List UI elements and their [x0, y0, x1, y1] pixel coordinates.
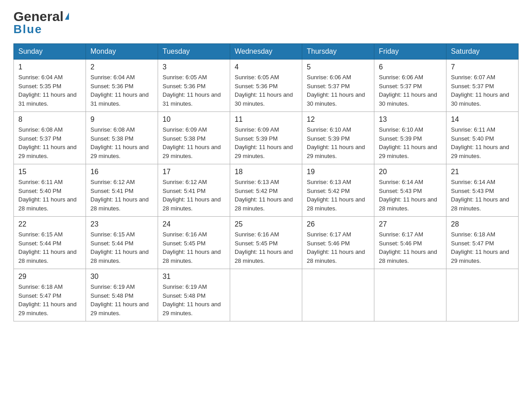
empty-cell	[230, 269, 302, 321]
day-info: Sunrise: 6:13 AMSunset: 5:42 PMDaylight:…	[307, 179, 365, 212]
day-number: 11	[235, 116, 297, 124]
day-info: Sunrise: 6:09 AMSunset: 5:38 PMDaylight:…	[163, 126, 221, 159]
day-number: 1	[18, 63, 81, 71]
day-number: 26	[307, 220, 369, 228]
day-info: Sunrise: 6:04 AMSunset: 5:36 PMDaylight:…	[90, 74, 149, 107]
week-row-2: 8Sunrise: 6:08 AMSunset: 5:37 PMDaylight…	[14, 112, 519, 164]
day-number: 17	[163, 168, 225, 176]
day-cell-15: 15Sunrise: 6:11 AMSunset: 5:40 PMDayligh…	[14, 164, 86, 217]
empty-cell	[446, 269, 519, 321]
day-number: 28	[451, 220, 514, 228]
day-number: 7	[451, 63, 514, 71]
day-info: Sunrise: 6:16 AMSunset: 5:45 PMDaylight:…	[235, 231, 293, 264]
day-cell-10: 10Sunrise: 6:09 AMSunset: 5:38 PMDayligh…	[158, 112, 230, 164]
day-info: Sunrise: 6:17 AMSunset: 5:46 PMDaylight:…	[307, 231, 365, 264]
day-number: 30	[90, 273, 153, 281]
day-cell-1: 1Sunrise: 6:04 AMSunset: 5:35 PMDaylight…	[14, 60, 86, 112]
day-cell-16: 16Sunrise: 6:12 AMSunset: 5:41 PMDayligh…	[86, 164, 158, 217]
day-cell-5: 5Sunrise: 6:06 AMSunset: 5:37 PMDaylight…	[302, 60, 374, 112]
day-number: 25	[235, 220, 297, 228]
day-cell-11: 11Sunrise: 6:09 AMSunset: 5:39 PMDayligh…	[230, 112, 302, 164]
day-cell-13: 13Sunrise: 6:10 AMSunset: 5:39 PMDayligh…	[374, 112, 446, 164]
day-cell-8: 8Sunrise: 6:08 AMSunset: 5:37 PMDaylight…	[14, 112, 86, 164]
day-info: Sunrise: 6:05 AMSunset: 5:36 PMDaylight:…	[235, 74, 293, 107]
logo-triangle-icon	[65, 13, 69, 20]
day-number: 21	[451, 168, 514, 176]
day-number: 8	[18, 116, 81, 124]
day-cell-17: 17Sunrise: 6:12 AMSunset: 5:41 PMDayligh…	[158, 164, 230, 217]
day-cell-20: 20Sunrise: 6:14 AMSunset: 5:43 PMDayligh…	[374, 164, 446, 217]
day-info: Sunrise: 6:07 AMSunset: 5:37 PMDaylight:…	[451, 74, 509, 107]
day-info: Sunrise: 6:08 AMSunset: 5:38 PMDaylight:…	[90, 126, 149, 159]
day-info: Sunrise: 6:04 AMSunset: 5:35 PMDaylight:…	[18, 74, 77, 107]
day-number: 3	[163, 63, 225, 71]
day-cell-9: 9Sunrise: 6:08 AMSunset: 5:38 PMDaylight…	[86, 112, 158, 164]
day-info: Sunrise: 6:08 AMSunset: 5:37 PMDaylight:…	[18, 126, 77, 159]
day-info: Sunrise: 6:09 AMSunset: 5:39 PMDaylight:…	[235, 126, 293, 159]
day-info: Sunrise: 6:12 AMSunset: 5:41 PMDaylight:…	[90, 179, 149, 212]
day-info: Sunrise: 6:11 AMSunset: 5:40 PMDaylight:…	[18, 179, 77, 212]
logo-blue: Blue	[13, 22, 42, 36]
day-info: Sunrise: 6:11 AMSunset: 5:40 PMDaylight:…	[451, 126, 509, 159]
day-cell-30: 30Sunrise: 6:19 AMSunset: 5:48 PMDayligh…	[86, 269, 158, 321]
calendar-header-row: SundayMondayTuesdayWednesdayThursdayFrid…	[14, 44, 519, 60]
day-cell-12: 12Sunrise: 6:10 AMSunset: 5:39 PMDayligh…	[302, 112, 374, 164]
day-info: Sunrise: 6:13 AMSunset: 5:42 PMDaylight:…	[235, 179, 293, 212]
day-cell-3: 3Sunrise: 6:05 AMSunset: 5:36 PMDaylight…	[158, 60, 230, 112]
logo: General Blue	[13, 9, 69, 36]
day-cell-27: 27Sunrise: 6:17 AMSunset: 5:46 PMDayligh…	[374, 217, 446, 269]
day-cell-23: 23Sunrise: 6:15 AMSunset: 5:44 PMDayligh…	[86, 217, 158, 269]
day-cell-29: 29Sunrise: 6:18 AMSunset: 5:47 PMDayligh…	[14, 269, 86, 321]
day-number: 24	[163, 220, 225, 228]
day-number: 22	[18, 220, 81, 228]
day-cell-14: 14Sunrise: 6:11 AMSunset: 5:40 PMDayligh…	[446, 112, 519, 164]
day-info: Sunrise: 6:19 AMSunset: 5:48 PMDaylight:…	[90, 283, 149, 317]
day-number: 9	[90, 116, 153, 124]
day-number: 27	[379, 220, 442, 228]
week-row-1: 1Sunrise: 6:04 AMSunset: 5:35 PMDaylight…	[14, 60, 519, 112]
week-row-3: 15Sunrise: 6:11 AMSunset: 5:40 PMDayligh…	[14, 164, 519, 217]
day-number: 5	[307, 63, 369, 71]
day-cell-21: 21Sunrise: 6:14 AMSunset: 5:43 PMDayligh…	[446, 164, 519, 217]
day-info: Sunrise: 6:18 AMSunset: 5:47 PMDaylight:…	[18, 283, 77, 317]
header-sunday: Sunday	[14, 44, 86, 60]
day-info: Sunrise: 6:18 AMSunset: 5:47 PMDaylight:…	[451, 231, 509, 264]
day-cell-2: 2Sunrise: 6:04 AMSunset: 5:36 PMDaylight…	[86, 60, 158, 112]
day-cell-25: 25Sunrise: 6:16 AMSunset: 5:45 PMDayligh…	[230, 217, 302, 269]
day-number: 31	[163, 273, 225, 281]
day-number: 2	[90, 63, 153, 71]
day-number: 20	[379, 168, 442, 176]
header-monday: Monday	[86, 44, 158, 60]
day-info: Sunrise: 6:12 AMSunset: 5:41 PMDaylight:…	[163, 179, 221, 212]
day-info: Sunrise: 6:16 AMSunset: 5:45 PMDaylight:…	[163, 231, 221, 264]
day-cell-28: 28Sunrise: 6:18 AMSunset: 5:47 PMDayligh…	[446, 217, 519, 269]
day-info: Sunrise: 6:06 AMSunset: 5:37 PMDaylight:…	[379, 74, 437, 107]
day-cell-7: 7Sunrise: 6:07 AMSunset: 5:37 PMDaylight…	[446, 60, 519, 112]
page-header: General Blue	[13, 9, 519, 36]
day-info: Sunrise: 6:14 AMSunset: 5:43 PMDaylight:…	[451, 179, 509, 212]
empty-cell	[302, 269, 374, 321]
header-friday: Friday	[374, 44, 446, 60]
day-cell-26: 26Sunrise: 6:17 AMSunset: 5:46 PMDayligh…	[302, 217, 374, 269]
day-cell-24: 24Sunrise: 6:16 AMSunset: 5:45 PMDayligh…	[158, 217, 230, 269]
logo-general: General	[13, 9, 64, 24]
day-info: Sunrise: 6:19 AMSunset: 5:48 PMDaylight:…	[163, 283, 221, 317]
day-cell-6: 6Sunrise: 6:06 AMSunset: 5:37 PMDaylight…	[374, 60, 446, 112]
day-cell-4: 4Sunrise: 6:05 AMSunset: 5:36 PMDaylight…	[230, 60, 302, 112]
day-number: 13	[379, 116, 442, 124]
day-number: 4	[235, 63, 297, 71]
day-info: Sunrise: 6:17 AMSunset: 5:46 PMDaylight:…	[379, 231, 437, 264]
header-saturday: Saturday	[446, 44, 519, 60]
day-info: Sunrise: 6:15 AMSunset: 5:44 PMDaylight:…	[18, 231, 77, 264]
header-tuesday: Tuesday	[158, 44, 230, 60]
day-cell-22: 22Sunrise: 6:15 AMSunset: 5:44 PMDayligh…	[14, 217, 86, 269]
day-number: 12	[307, 116, 369, 124]
day-info: Sunrise: 6:10 AMSunset: 5:39 PMDaylight:…	[307, 126, 365, 159]
day-number: 19	[307, 168, 369, 176]
day-info: Sunrise: 6:15 AMSunset: 5:44 PMDaylight:…	[90, 231, 149, 264]
calendar-table: SundayMondayTuesdayWednesdayThursdayFrid…	[13, 43, 519, 321]
day-info: Sunrise: 6:10 AMSunset: 5:39 PMDaylight:…	[379, 126, 437, 159]
day-number: 6	[379, 63, 442, 71]
day-number: 18	[235, 168, 297, 176]
day-number: 14	[451, 116, 514, 124]
